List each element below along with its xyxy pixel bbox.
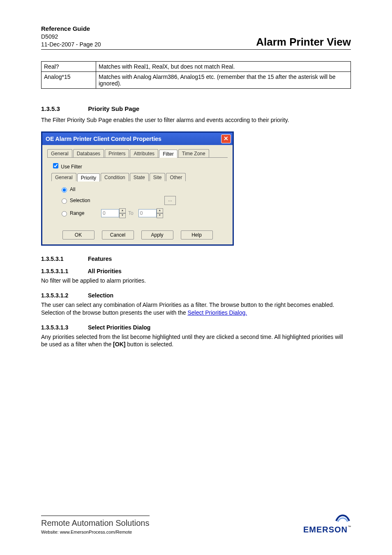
spinner-to[interactable]: ▲▼: [157, 208, 163, 218]
page-header: Reference Guide D5092 11-Dec-2007 - Page…: [41, 25, 351, 50]
section-title: Priority Sub Page: [88, 105, 139, 112]
tab-attributes[interactable]: Attributes: [130, 149, 158, 157]
main-tabrow: General Databases Printers Attributes Fi…: [47, 149, 228, 158]
date-page: 11-Dec-2007 - Page 20: [41, 41, 101, 48]
subtab-other[interactable]: Other: [166, 173, 186, 181]
example-desc: Matches with Real1, RealX, but does not …: [96, 62, 351, 72]
apply-button[interactable]: Apply: [141, 230, 173, 240]
select-priorities-link[interactable]: Select Priorities Dialog.: [187, 309, 247, 316]
doc-title: Reference Guide: [41, 25, 101, 33]
example-key: Real?: [42, 62, 96, 72]
header-left: Reference Guide D5092 11-Dec-2007 - Page…: [41, 25, 101, 48]
tab-general[interactable]: General: [47, 149, 72, 157]
example-desc: Matches with Analog Alarm386, Analog15 e…: [96, 72, 351, 89]
body-text: button is selected.: [125, 341, 173, 348]
section-body: No filter will be applied to alarm prior…: [41, 277, 351, 285]
body-text: Any priorities selected from the list be…: [41, 334, 343, 348]
radio-selection-label: Selection: [70, 198, 99, 203]
properties-dialog: OE Alarm Printer Client Control Properti…: [41, 131, 234, 246]
section-heading: 1.3.5.3.1.1 All Priorities: [41, 268, 351, 274]
radio-selection[interactable]: [62, 198, 67, 204]
table-row: Real? Matches with Real1, RealX, but doe…: [42, 62, 351, 72]
dialog-titlebar: OE Alarm Printer Client Control Properti…: [42, 133, 233, 145]
section-number: 1.3.5.3.1.1: [41, 268, 86, 274]
chevron-down-icon[interactable]: ▼: [157, 213, 163, 218]
chevron-up-icon[interactable]: ▲: [157, 208, 163, 213]
section-number: 1.3.5.3: [41, 105, 86, 112]
emerson-logo: EMERSON™: [303, 513, 351, 534]
use-filter-row: Use Filter: [51, 162, 228, 170]
emerson-wordmark: EMERSON: [303, 525, 348, 534]
table-row: Analog*15 Matches with Analog Alarm386, …: [42, 72, 351, 89]
section-heading: 1.3.5.3.1 Features: [41, 256, 351, 262]
emerson-swoosh-icon: [334, 513, 351, 523]
tab-printers[interactable]: Printers: [105, 149, 129, 157]
footer-website: Website: www.EmersonProcess.com/Remote: [41, 530, 150, 534]
section-number: 1.3.5.3.1.2: [41, 292, 86, 299]
help-button[interactable]: Help: [181, 230, 213, 240]
example-key: Analog*15: [42, 72, 96, 89]
section-body: The user can select any combination of A…: [41, 301, 351, 317]
section-heading: 1.3.5.3.1.2 Selection: [41, 292, 351, 299]
section-title: All Priorities: [88, 268, 121, 274]
cancel-button[interactable]: Cancel: [102, 230, 134, 240]
spinner-from[interactable]: ▲▼: [119, 208, 126, 218]
sub-tabrow: General Priority Condition State Site Ot…: [51, 173, 228, 181]
section-heading: 1.3.5.3.1.3 Select Priorities Dialog: [41, 324, 351, 331]
ok-button[interactable]: OK: [62, 230, 95, 240]
view-title: Alarm Printer View: [256, 36, 351, 48]
use-filter-checkbox[interactable]: [53, 163, 58, 168]
dialog-button-row: OK Cancel Apply Help: [47, 226, 228, 240]
section-body: The Filter Priority Sub Page enables the…: [41, 116, 351, 124]
section-number: 1.3.5.3.1: [41, 256, 86, 262]
use-filter-label: Use Filter: [61, 164, 82, 170]
radio-range[interactable]: [62, 211, 67, 216]
section-number: 1.3.5.3.1.3: [41, 324, 86, 331]
dialog-title: OE Alarm Printer Client Control Properti…: [46, 136, 161, 142]
page-footer: Remote Automation Solutions Website: www…: [41, 513, 351, 534]
tab-databases[interactable]: Databases: [73, 149, 104, 157]
browse-button[interactable]: ...: [164, 196, 176, 205]
tab-timezone[interactable]: Time Zone: [178, 149, 209, 157]
subtab-site[interactable]: Site: [150, 173, 166, 181]
section-title: Select Priorities Dialog: [88, 324, 151, 331]
subtab-state[interactable]: State: [130, 173, 149, 181]
priority-radio-group: All Selection ... Range ▲▼ To: [60, 186, 228, 218]
range-to-input[interactable]: [138, 209, 157, 217]
footer-org: Remote Automation Solutions: [41, 518, 150, 528]
radio-all-label: All: [70, 187, 99, 192]
subtab-general[interactable]: General: [51, 173, 76, 181]
close-icon[interactable]: ✕: [221, 134, 231, 143]
tab-filter[interactable]: Filter: [159, 150, 178, 158]
example-table: Real? Matches with Real1, RealX, but doe…: [41, 61, 351, 89]
tm-symbol: ™: [348, 525, 351, 529]
doc-id: D5092: [41, 33, 101, 41]
section-body: Any priorities selected from the list be…: [41, 333, 351, 349]
chevron-down-icon[interactable]: ▼: [119, 213, 126, 218]
section-title: Selection: [88, 292, 113, 299]
section-heading: 1.3.5.3 Priority Sub Page: [41, 105, 351, 112]
subtab-condition[interactable]: Condition: [101, 173, 129, 181]
range-to-label: To: [128, 210, 134, 216]
range-from-input[interactable]: [101, 209, 119, 217]
chevron-up-icon[interactable]: ▲: [119, 208, 126, 213]
ok-bold: [OK]: [113, 341, 125, 348]
radio-range-label: Range: [70, 210, 99, 216]
subtab-priority[interactable]: Priority: [77, 173, 100, 182]
section-title: Features: [88, 256, 112, 262]
radio-all[interactable]: [62, 187, 67, 193]
